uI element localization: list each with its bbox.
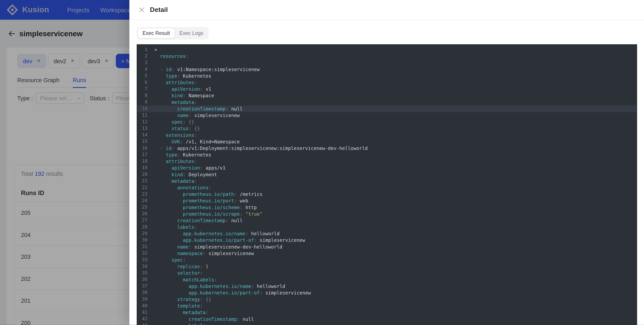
code-text: matchLabels: [154, 277, 217, 282]
code-line: 40 template: [137, 303, 636, 309]
code-line: 24 prometheus.io/port: web [137, 198, 636, 204]
code-text: type: Kubernetes [154, 152, 211, 158]
line-number: 13 [137, 125, 148, 132]
code-text: - id: apps/v1:Deployment:simpleservicene… [154, 146, 368, 151]
code-text: attributes: [154, 158, 197, 164]
line-number: 10 [137, 106, 148, 112]
line-number: 22 [137, 184, 148, 191]
line-number: 38 [137, 290, 148, 296]
code-text: template: [154, 303, 203, 309]
code-line: 32 namespace: simpleservicenew [137, 250, 636, 256]
code-text: creationTimestamp: null [154, 106, 243, 112]
line-number: 12 [137, 119, 148, 125]
line-number: 24 [137, 198, 148, 204]
drawer-header: Detail [129, 0, 644, 20]
code-text: attributes: [154, 80, 197, 85]
line-number: 28 [137, 224, 148, 230]
code-line: 15 GVK: /v1, Kind=Namespace [137, 138, 636, 145]
code-text: app.kubernetes.io/part-of: simpleservice… [154, 290, 311, 296]
code-line: 35 selector: [137, 270, 636, 276]
code-line: 43 labels: [137, 322, 636, 325]
code-line: 19 apiVersion: apps/v1 [137, 165, 636, 171]
code-line: 36 matchLabels: [137, 276, 636, 283]
code-text: extensions: [154, 132, 197, 138]
code-line: 10 creationTimestamp: null [137, 106, 636, 112]
code-line: 26 prometheus.io/scrape: "true" [137, 211, 636, 217]
code-text: creationTimestamp: null [154, 218, 243, 223]
line-number: 35 [137, 270, 148, 276]
code-text: type: Kubernetes [154, 73, 211, 79]
code-line: 6 attributes: [137, 79, 636, 86]
drawer-title: Detail [150, 6, 168, 14]
code-text: status: {} [154, 126, 200, 131]
code-line: 7 apiVersion: v1 [137, 86, 636, 92]
code-line: 37 app.kubernetes.io/name: helloworld [137, 283, 636, 290]
code-text: - id: v1:Namespace:simpleservicenew [154, 66, 260, 72]
line-number: 33 [137, 257, 148, 263]
code-line: 9 metadata: [137, 99, 636, 106]
yaml-code-editor[interactable]: 1>2 resources:34 - id: v1:Namespace:simp… [137, 44, 637, 325]
code-line: 17 type: Kubernetes [137, 152, 636, 158]
line-number: 9 [137, 99, 148, 106]
line-number: 42 [137, 316, 148, 322]
code-line: 42 creationTimestamp: null [137, 316, 636, 322]
code-text: app.kubernetes.io/name: helloworld [154, 284, 285, 289]
line-number: 7 [137, 86, 148, 92]
line-number: 27 [137, 217, 148, 224]
code-text: app.kubernetes.io/name: helloworld [154, 231, 280, 236]
line-number: 11 [137, 112, 148, 119]
line-number: 37 [137, 283, 148, 290]
line-number: 16 [137, 145, 148, 152]
code-line: 39 strategy: {} [137, 296, 636, 303]
code-line: 14 extensions: [137, 132, 636, 138]
code-text: strategy: {} [154, 296, 211, 302]
code-line: 25 prometheus.io/scheme: http [137, 204, 636, 211]
code-line: 31 name: simpleservicenew-dev-helloworld [137, 244, 636, 250]
line-number: 43 [137, 322, 148, 325]
code-line: 34 replicas: 1 [137, 263, 636, 270]
code-line: 16 - id: apps/v1:Deployment:simpleservic… [137, 145, 636, 152]
code-text: name: simpleservicenew-dev-helloworld [154, 244, 282, 250]
code-text: prometheus.io/scrape: "true" [154, 211, 262, 217]
code-line: 28 labels: [137, 224, 636, 230]
line-number: 31 [137, 244, 148, 250]
exec-tab-exec-logs[interactable]: Exec Logs [175, 28, 208, 39]
line-number: 25 [137, 204, 148, 211]
code-line: 27 creationTimestamp: null [137, 217, 636, 224]
code-text: selector: [154, 270, 203, 276]
code-line: 29 app.kubernetes.io/name: helloworld [137, 230, 636, 237]
code-text: annotations: [154, 185, 211, 190]
code-text: app.kubernetes.io/part-of: simpleservice… [154, 238, 305, 243]
line-number: 19 [137, 165, 148, 171]
exec-segmented-control: Exec ResultExec Logs [137, 27, 209, 40]
line-number: 17 [137, 152, 148, 158]
line-number: 26 [137, 211, 148, 217]
line-number: 41 [137, 309, 148, 316]
code-line: 33 spec: [137, 257, 636, 263]
code-text: kind: Namespace [154, 93, 214, 98]
code-text: apiVersion: apps/v1 [154, 165, 226, 171]
code-text: resources: [154, 53, 189, 59]
code-line: 23 prometheus.io/path: /metrics [137, 191, 636, 198]
code-text: kind: Deployment [154, 172, 217, 178]
code-line: 22 annotations: [137, 184, 636, 191]
line-number: 21 [137, 178, 148, 184]
line-number: 15 [137, 138, 148, 145]
code-text: metadata: [154, 100, 197, 105]
code-line: 38 app.kubernetes.io/part-of: simpleserv… [137, 290, 636, 296]
exec-tab-exec-result[interactable]: Exec Result [138, 28, 175, 39]
code-text: spec: {} [154, 119, 194, 125]
line-number: 29 [137, 230, 148, 237]
line-number: 30 [137, 237, 148, 244]
code-line: 12 spec: {} [137, 119, 636, 125]
detail-drawer: Detail Exec ResultExec Logs 1>2 resource… [129, 0, 644, 325]
code-line: 2 resources: [137, 53, 636, 60]
drawer-close-button[interactable] [138, 6, 145, 13]
code-text: prometheus.io/port: web [154, 198, 248, 204]
line-number: 5 [137, 72, 148, 79]
code-line: 1> [137, 46, 636, 53]
line-number: 1 [137, 46, 148, 53]
code-text: metadata: [154, 310, 208, 316]
code-text: spec: [154, 257, 186, 263]
line-number: 6 [137, 79, 148, 86]
